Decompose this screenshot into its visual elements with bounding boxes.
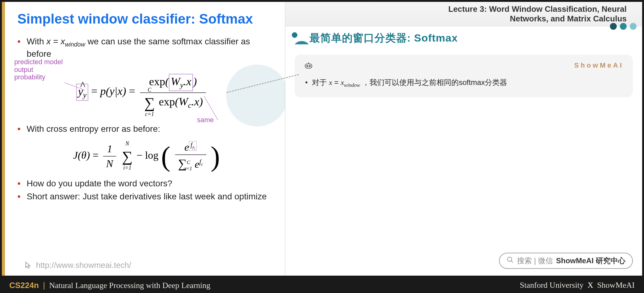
- slide-title: Simplest window classifier: Softmax: [17, 11, 276, 27]
- sum-C: C: [187, 159, 190, 165]
- numerator-1: 1: [103, 143, 116, 157]
- separator: |: [43, 281, 45, 290]
- svg-line-6: [511, 261, 513, 263]
- university: Stanford University: [520, 281, 584, 290]
- sub-window: window: [65, 41, 85, 48]
- dot-icon: [630, 23, 637, 30]
- footer-right: Stanford University X ShowMeAI: [520, 281, 635, 290]
- text: With: [27, 37, 46, 46]
- math-sub: window: [344, 82, 360, 88]
- footer-left: CS224n | Natural Language Processing wit…: [9, 281, 210, 290]
- text: 对于: [312, 78, 329, 87]
- e: e: [184, 141, 189, 153]
- formula-softmax: yy = p(y|x) = exp(Wy.x) ∑Cc=1 exp(Wc.x): [76, 74, 208, 111]
- bullet-2: With cross entropy error as before:: [17, 123, 276, 135]
- e: e: [195, 158, 199, 170]
- notes-panel: Lecture 3: Word Window Classification, N…: [285, 2, 642, 276]
- math-x: x: [329, 78, 332, 87]
- exp: exp: [159, 95, 175, 108]
- W-sub-y: y: [180, 81, 183, 90]
- note-bullet-list: 对于 x = xwindow ，我们可以使用与之前相同的softmax分类器: [304, 76, 624, 90]
- search-box[interactable]: 搜索 | 微信 ShowMeAI 研究中心: [499, 253, 633, 269]
- lecture-line1: Lecture 3: Word Window Classification, N…: [301, 4, 627, 14]
- header-dots: [610, 23, 637, 30]
- sum-N: N: [125, 140, 129, 147]
- bullet-3: How do you update the word vectors?: [17, 178, 276, 189]
- exp: exp: [149, 75, 165, 88]
- lecture-header: Lecture 3: Word Window Classification, N…: [285, 2, 642, 27]
- var-x: x: [46, 37, 51, 46]
- slide-panel: Simplest window classifier: Softmax With…: [2, 2, 285, 276]
- sum-i1: i=1: [123, 165, 131, 171]
- footer-bar: CS224n | Natural Language Processing wit…: [0, 277, 644, 293]
- cursor-icon: [24, 261, 32, 270]
- bullet-list-3: How do you update the word vectors? Shor…: [17, 178, 276, 202]
- y-hat: y: [78, 85, 83, 98]
- course-name: Natural Language Processing with Deep Le…: [49, 281, 211, 290]
- annotation-same: same: [197, 116, 214, 124]
- fc-sub: c: [201, 162, 203, 166]
- denom-N: N: [103, 157, 116, 170]
- bullet-list: With x = xwindow we can use the same sof…: [17, 36, 276, 60]
- math-x2: x: [341, 78, 344, 87]
- minus-log: − log: [136, 149, 158, 161]
- svg-point-2: [307, 65, 308, 67]
- dot-x: .x: [183, 75, 191, 88]
- search-label: 搜索 | 微信: [517, 256, 553, 266]
- p-y-x: p(y|x): [100, 85, 126, 98]
- sum-c: c=1: [145, 111, 154, 118]
- var-x2: x: [61, 37, 65, 46]
- url-text: http://www.showmeai.tech/: [36, 260, 131, 270]
- bullet-4: Short answer: Just take derivatives like…: [17, 191, 276, 202]
- svg-point-3: [309, 65, 310, 67]
- bullet-list-2: With cross entropy error as before:: [17, 123, 276, 135]
- lecture-line2: Networks, and Matrix Calculus: [301, 14, 627, 24]
- formula-cross-entropy: J(θ) = 1 N ∑Ni=1 − log ( efyi ∑Cc=1 efc …: [17, 141, 276, 172]
- text: =: [332, 78, 340, 87]
- search-icon: [506, 256, 514, 265]
- cn-title: 最简单的窗口分类器: Softmax: [309, 31, 458, 45]
- annotation-predicted: predicted model output probability: [14, 58, 63, 81]
- sum-c1: c=1: [183, 166, 192, 171]
- x-separator: X: [587, 281, 593, 290]
- note-card: ShowMeAI 对于 x = xwindow ，我们可以使用与之前相同的sof…: [295, 55, 633, 97]
- dot-x: .x: [191, 95, 199, 108]
- svg-point-0: [292, 32, 297, 38]
- brand-tag: ShowMeAI: [574, 61, 624, 69]
- course-code: CS224n: [9, 281, 39, 290]
- text: =: [51, 37, 61, 46]
- text: ，我们可以使用与之前相同的softmax分类器: [360, 78, 507, 87]
- search-bold: ShowMeAI 研究中心: [556, 256, 625, 266]
- semicircle-icon: [291, 32, 309, 44]
- note-bullet-1: 对于 x = xwindow ，我们可以使用与之前相同的softmax分类器: [304, 76, 624, 90]
- footer-brand: ShowMeAI: [597, 281, 635, 290]
- y-sub: y: [83, 91, 86, 99]
- url-footer: http://www.showmeai.tech/: [24, 260, 131, 270]
- W-sub-c: c: [188, 101, 191, 109]
- W: W: [179, 95, 188, 108]
- svg-rect-1: [305, 64, 312, 68]
- dot-icon: [620, 23, 627, 30]
- bullet-1: With x = xwindow we can use the same sof…: [17, 36, 276, 60]
- sum-C: C: [148, 87, 151, 93]
- cn-title-row: 最简单的窗口分类器: Softmax: [285, 27, 642, 51]
- svg-point-5: [507, 257, 512, 261]
- highlight-circle: [226, 64, 288, 127]
- f-subsub: i: [194, 147, 195, 150]
- J-theta: J(θ): [73, 149, 90, 161]
- dot-icon: [610, 23, 617, 30]
- W: W: [171, 75, 180, 88]
- robot-icon: [304, 62, 313, 69]
